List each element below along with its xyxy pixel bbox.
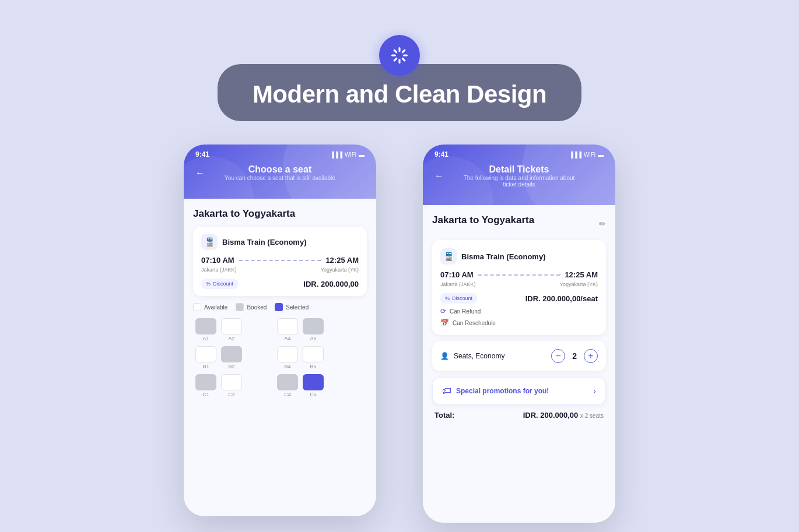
signal-icon2: ▐▐▐ (569, 152, 581, 158)
phone2-train-icon: 🚆 (440, 248, 457, 265)
promo-banner[interactable]: 🏷 Special promotions for you! › (432, 377, 606, 405)
phone2-navbar: ← Detail Tickets The following is data a… (423, 162, 615, 193)
seat-row-c-left: C1 C2 (195, 374, 242, 397)
phone-choose-seat: 9:41 ▐▐▐ WiFi ▬ ← Choose a seat You can … (184, 145, 376, 516)
phone2-depart-time: 07:10 AM (440, 270, 474, 279)
phone2-price-row: % Discount IDR. 200.000,00/seat (440, 293, 598, 304)
phone2-nav-subtitle: The following is data and information ab… (434, 175, 604, 188)
phone1-discount-label: Discount (213, 281, 233, 287)
phone2-discount-badge: % Discount (440, 293, 477, 304)
phone2-nav-title: Detail Tickets (434, 164, 604, 175)
seat-row-a-right: A4 A5 (277, 318, 324, 341)
phone1-status-bar: 9:41 ▐▐▐ WiFi ▬ (184, 145, 376, 162)
promo-arrow-icon: › (593, 386, 596, 396)
phone2-back-button[interactable]: ← (434, 171, 444, 181)
seat-b2[interactable]: B2 (221, 346, 242, 369)
phone1-arrive-station: Yogyakarta (YK) (321, 267, 359, 273)
decrement-button[interactable]: − (551, 349, 565, 363)
seat-c4[interactable]: C4 (277, 374, 298, 397)
phone1-arrive-time: 12:25 AM (325, 256, 359, 265)
legend-available-label: Available (204, 304, 227, 311)
phone2-route: Jakarta to Yogyakarta (432, 214, 534, 226)
phone1-train-name-row: 🚆 Bisma Train (Economy) (201, 234, 359, 250)
discount-icon2: % (445, 295, 450, 301)
phone1-body: Jakarta to Yogyakarta 🚆 Bisma Train (Eco… (184, 199, 376, 516)
seats-count: 2 (572, 351, 577, 361)
phone2-total-row: Total: IDR. 200.000,00 x 2 seats (432, 411, 606, 420)
legend-booked: Booked (236, 303, 267, 311)
seat-row-b-left: B1 B2 (195, 346, 242, 369)
refund-icon: ⟳ (440, 307, 446, 315)
legend-selected-box (275, 303, 283, 311)
phone2-body: Jakarta to Yogyakarta ✏ 🚆 Bisma Train (E… (423, 205, 615, 523)
phone2-price: IDR. 200.000,00/seat (525, 294, 598, 303)
phone2-train-name: Bisma Train (Economy) (461, 252, 545, 261)
phone1-back-button[interactable]: ← (195, 168, 205, 178)
phone1-header: 9:41 ▐▐▐ WiFi ▬ ← Choose a seat You can … (184, 145, 376, 199)
discount-icon: % (206, 281, 211, 287)
phone2-header: 9:41 ▐▐▐ WiFi ▬ ← Detail Tickets The fol… (423, 145, 615, 205)
header-section: Modern and Clean Design (218, 35, 581, 121)
phone2-time-row: 07:10 AM 12:25 AM (440, 270, 598, 279)
phone1-seat-legend: Available Booked Selected (193, 303, 367, 311)
seat-b5[interactable]: B5 (303, 346, 324, 369)
seat-grid: A1 A2 B1 (193, 318, 367, 397)
phone1-price-row: % Discount IDR. 200.000,00 (201, 279, 359, 289)
seats-label-row: 👤 Seats, Economy (440, 352, 504, 360)
seat-a2[interactable]: A2 (221, 318, 242, 341)
phone2-reschedule-row: 📅 Can Reschedule (440, 319, 598, 327)
phone2-station-row: Jakarta (JAKK) Yogyakarta (YK) (440, 281, 598, 287)
phone1-status-icons: ▐▐▐ WiFi ▬ (330, 152, 365, 158)
phone1-navbar: ← Choose a seat You can choose a seat th… (184, 162, 376, 187)
phone1-time: 9:41 (195, 150, 209, 158)
seat-c5[interactable]: C5 (303, 374, 324, 397)
promo-icon: 🏷 (442, 386, 451, 396)
phone2-train-name-row: 🚆 Bisma Train (Economy) (440, 248, 598, 265)
legend-available: Available (193, 303, 227, 311)
phone2-arrive-station: Yogyakarta (YK) (560, 281, 598, 287)
seat-row-c-right: C4 C5 (277, 374, 324, 397)
phone1-station-row: Jakarta (JAKK) Yogyakarta (YK) (201, 267, 359, 273)
promo-left: 🏷 Special promotions for you! (442, 386, 549, 396)
phone1-train-icon: 🚆 (201, 234, 218, 250)
phone2-route-line (478, 274, 560, 276)
phones-container: 9:41 ▐▐▐ WiFi ▬ ← Choose a seat You can … (184, 145, 615, 523)
wifi-icon2: WiFi (584, 152, 595, 158)
seat-a4[interactable]: A4 (277, 318, 298, 341)
phone1-time-row: 07:10 AM 12:25 AM (201, 256, 359, 265)
legend-selected-label: Selected (286, 304, 309, 311)
phone2-can-reschedule: Can Reschedule (453, 320, 496, 326)
phone1-nav-subtitle: You can choose a seat that is still avai… (201, 175, 359, 181)
phone2-seats-counter: 👤 Seats, Economy − 2 + (432, 341, 606, 371)
seat-right-group: A4 A5 B4 (277, 318, 324, 397)
seat-a5[interactable]: A5 (303, 318, 324, 341)
seat-row-a-left: A1 A2 (195, 318, 242, 341)
phone2-time: 9:41 (434, 150, 448, 158)
phone2-status-bar: 9:41 ▐▐▐ WiFi ▬ (423, 145, 615, 162)
total-seats-note: x 2 seats (580, 413, 604, 419)
phone1-depart-station: Jakarta (JAKK) (201, 267, 237, 273)
phone2-status-icons: ▐▐▐ WiFi ▬ (569, 152, 604, 158)
edit-button[interactable]: ✏ (599, 219, 606, 228)
seat-b1[interactable]: B1 (195, 346, 216, 369)
seat-c2[interactable]: C2 (221, 374, 242, 397)
phone1-depart-time: 07:10 AM (201, 256, 234, 265)
legend-booked-box (236, 303, 244, 311)
seat-b4[interactable]: B4 (277, 346, 298, 369)
signal-icon: ▐▐▐ (330, 152, 342, 158)
seats-economy-label: Seats, Economy (454, 352, 504, 360)
seat-c1[interactable]: C1 (195, 374, 216, 397)
total-label: Total: (434, 411, 454, 420)
legend-available-box (193, 303, 201, 311)
phone-detail-tickets: 9:41 ▐▐▐ WiFi ▬ ← Detail Tickets The fol… (423, 145, 615, 523)
phone2-can-refund: Can Refund (450, 308, 481, 315)
phone1-train-name: Bisma Train (Economy) (222, 238, 306, 246)
seat-left-group: A1 A2 B1 (195, 318, 242, 397)
badge-icon (379, 35, 420, 76)
phone1-discount-badge: % Discount (201, 279, 238, 289)
increment-button[interactable]: + (584, 349, 598, 363)
phone2-discount-label: Discount (452, 295, 472, 301)
seat-a1[interactable]: A1 (195, 318, 216, 341)
reschedule-icon: 📅 (440, 319, 449, 327)
total-amount: IDR. 200.000,00 x 2 seats (523, 411, 604, 420)
